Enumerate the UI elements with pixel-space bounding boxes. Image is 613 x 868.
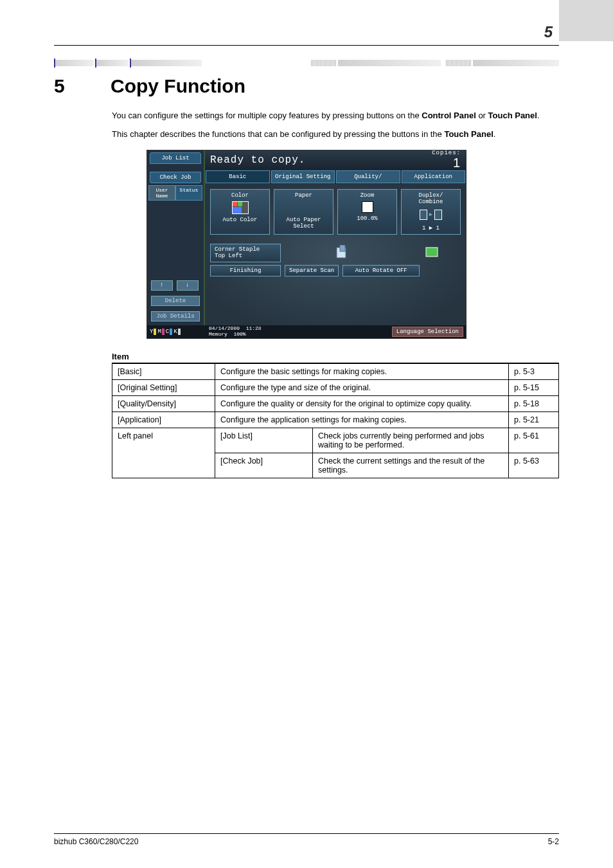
page-title: Copy Function: [111, 75, 245, 97]
delete-button[interactable]: Delete: [151, 296, 200, 306]
chapter-number: 5: [544, 23, 559, 41]
svg-rect-1: [340, 245, 345, 251]
footer-model: bizhub C360/C280/C220: [54, 837, 138, 846]
toner-levels: Y M C K: [147, 329, 205, 335]
table-row: [Application] Configure the application …: [112, 411, 559, 428]
svg-rect-2: [426, 248, 438, 257]
touch-panel-screenshot: Job List Ready to copy. Copies: 1 Check …: [147, 150, 466, 339]
auto-color-icon: [232, 201, 249, 214]
finishing-button[interactable]: Finishing: [210, 265, 281, 276]
table-row: Left panel [Job List] Check jobs current…: [112, 428, 559, 453]
job-details-button[interactable]: Job Details: [151, 311, 200, 321]
table-row: [Basic] Configure the basic settings for…: [112, 363, 559, 380]
status-message: Ready to copy.: [210, 154, 305, 166]
table-row: [Original Setting] Configure the type an…: [112, 379, 559, 395]
item-table: [Basic] Configure the basic settings for…: [112, 363, 559, 478]
divider: [54, 45, 559, 46]
copies-count: 1: [432, 156, 461, 169]
corner-staple-indicator: Corner Staple Top Left: [210, 244, 281, 262]
job-list-tab[interactable]: Job List: [150, 152, 201, 164]
staple-preview-icon: [285, 244, 399, 262]
zoom-option[interactable]: Zoom 100.0%: [337, 189, 397, 235]
paper-option[interactable]: Paper Auto Paper Select: [274, 189, 333, 235]
footer-page-number: 5-2: [548, 837, 559, 846]
chapter-badge: 5: [54, 23, 559, 45]
tab-basic[interactable]: Basic: [206, 170, 270, 183]
auto-rotate-button[interactable]: Auto Rotate OFF: [342, 265, 420, 276]
tab-original-setting[interactable]: Original Setting: [271, 170, 335, 183]
page-footer: bizhub C360/C280/C220 5-2: [54, 833, 559, 846]
separate-scan-button[interactable]: Separate Scan: [285, 265, 339, 276]
intro-paragraph-1: You can configure the settings for multi…: [112, 110, 559, 122]
language-selection-button[interactable]: Language Selection: [392, 327, 463, 337]
decorative-bar: [54, 57, 559, 69]
timestamp: 04/14/2009 11:28 Memory 100%: [205, 326, 265, 338]
finish-preview-icon: [403, 244, 461, 262]
scroll-up-button[interactable]: ↑: [151, 280, 173, 291]
check-job-tab[interactable]: Check Job: [150, 172, 201, 183]
tab-application[interactable]: Application: [402, 170, 466, 183]
heading-number: 5: [54, 75, 80, 97]
duplex-combine-option[interactable]: Duplex/ Combine ▶ 1 ▶ 1: [401, 189, 461, 235]
subtab-status[interactable]: Status: [175, 185, 202, 201]
table-heading: Item: [112, 352, 559, 361]
subtab-user-name[interactable]: User Name: [148, 185, 175, 201]
duplex-icon: ▶: [418, 208, 444, 222]
tab-quality-density[interactable]: Quality/ Density: [336, 170, 400, 183]
zoom-icon: [362, 201, 373, 213]
scroll-down-button[interactable]: ↓: [177, 280, 199, 291]
intro-paragraph-2: This chapter describes the functions tha…: [112, 129, 559, 141]
color-option[interactable]: Color Auto Color: [210, 189, 270, 235]
table-row: [Quality/Density] Configure the quality …: [112, 395, 559, 411]
